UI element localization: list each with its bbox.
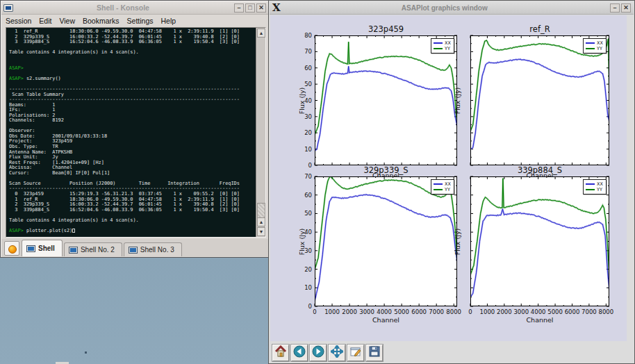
legend-entry: YY <box>586 187 603 192</box>
y-tick-label: 60 <box>296 65 312 72</box>
y-tick-label: 10 <box>296 284 312 291</box>
terminal-line: Channels: 8192 <box>9 118 254 124</box>
legend-label: YY <box>597 187 602 192</box>
save-icon <box>368 345 381 361</box>
back-button[interactable] <box>291 345 308 361</box>
minimize-button[interactable]: – <box>234 3 244 13</box>
legend-label: XX <box>445 40 451 46</box>
asaplot-window-title: ASAPlot graphics window <box>281 4 609 12</box>
legend: XXYY <box>431 38 454 53</box>
home-icon <box>274 345 287 361</box>
plot-title: 323p459 <box>315 24 457 34</box>
terminal-scrollbar[interactable]: ▲ ▲ ▼ <box>256 28 265 237</box>
subplot-329p339-s[interactable]: 329p339_SChannelFlux (Jy)010203040506070… <box>315 176 457 306</box>
menu-item-session[interactable]: Session <box>6 17 31 25</box>
terminal-icon <box>26 245 35 252</box>
legend-line-sample <box>434 189 443 190</box>
y-tick-label: 10 <box>296 146 312 153</box>
konsole-window-title: Shell - Konsole <box>13 3 233 12</box>
legend-line-sample <box>586 48 595 49</box>
y-tick-label: 70 <box>296 48 312 55</box>
home-button[interactable] <box>272 345 289 361</box>
legend-entry: XX <box>586 181 603 187</box>
asaplot-window: X ASAPlot graphics window – ✕ 323p459Cha… <box>268 0 635 364</box>
terminal-line: 3 339p884_S 16:52:04.6 -46.08.33.9 06:36… <box>9 40 254 45</box>
konsole-menubar: SessionEditViewBookmarksSettingsHelp <box>1 15 268 26</box>
terminal-area[interactable]: 1 ref_R 18:30:06.0 -49.59.30.0 04:47:58 … <box>6 27 266 238</box>
menu-item-bookmarks[interactable]: Bookmarks <box>83 17 119 25</box>
terminal-line <box>9 60 254 66</box>
forward-button[interactable] <box>310 345 327 361</box>
x-axis-label: Channel <box>470 316 609 324</box>
maximize-button[interactable]: □ <box>245 3 255 13</box>
legend-line-sample <box>434 183 443 185</box>
legend-line-sample <box>586 189 595 190</box>
plot-axes[interactable] <box>470 176 609 306</box>
menu-item-settings[interactable]: Settings <box>127 17 154 25</box>
terminal-line: Table contains 4 integration(s) in 4 sca… <box>9 218 254 224</box>
plot-axes[interactable] <box>315 35 457 165</box>
plot-title: 329p339_S <box>315 165 457 175</box>
terminal-line: ASAP> s2.summary() <box>9 76 254 82</box>
legend-label: YY <box>597 46 602 51</box>
y-tick-label: 30 <box>296 247 312 254</box>
legend-entry: XX <box>434 181 451 187</box>
tab-shell-no-3[interactable]: Shell No. 3 <box>124 242 182 256</box>
terminal-text: 1 ref_R 18:30:06.0 -49.59.30.0 04:47:58 … <box>9 29 254 237</box>
plot-axes[interactable] <box>315 176 457 306</box>
y-axis-label: Flux (Jy) <box>454 87 461 114</box>
y-tick-label: 20 <box>296 266 312 273</box>
legend-entry: XX <box>434 40 451 46</box>
plot-axes[interactable] <box>470 35 609 165</box>
save-button[interactable] <box>366 345 383 361</box>
legend-line-sample <box>586 183 595 185</box>
asaplot-titlebar[interactable]: X ASAPlot graphics window – ✕ <box>270 1 634 15</box>
menu-item-view[interactable]: View <box>59 17 75 25</box>
subplot-ref-r[interactable]: ref_RChannelFlux (Jy)XXYY <box>470 35 609 165</box>
subplot-339p884-s[interactable]: 339p884_SChannelFlux (Jy)010002000300040… <box>470 176 609 306</box>
terminal-line: Cursor: Beam[0] IF[0] Pol[1] <box>9 171 254 176</box>
legend-entry: XX <box>586 40 603 46</box>
tab-shell[interactable]: Shell <box>22 240 63 256</box>
legend-label: YY <box>445 187 450 192</box>
legend: XXYY <box>583 179 607 195</box>
close-button[interactable]: ✕ <box>621 3 631 13</box>
subplot-323p459[interactable]: 323p459ChannelFlux (Jy)01020304050607080… <box>315 35 457 165</box>
y-tick-label: 20 <box>296 129 312 136</box>
konsole-titlebar[interactable]: Shell - Konsole – □ ✕ <box>1 1 268 15</box>
menu-item-help[interactable]: Help <box>161 17 176 25</box>
back-icon <box>293 345 306 361</box>
configure-subplots-button[interactable] <box>347 345 364 361</box>
scrollbar-thumb[interactable] <box>257 203 265 218</box>
y-tick-label: 50 <box>296 210 312 217</box>
y-tick-label: 40 <box>296 97 312 104</box>
legend: XXYY <box>583 38 607 53</box>
window-right-margin <box>627 15 634 362</box>
legend-entry: YY <box>434 46 451 51</box>
new-session-button[interactable] <box>4 241 19 256</box>
terminal-cursor <box>72 229 75 233</box>
menu-item-edit[interactable]: Edit <box>39 17 51 25</box>
pan-button[interactable] <box>329 345 345 361</box>
y-tick-label: 50 <box>296 81 312 88</box>
legend-label: XX <box>445 181 451 187</box>
x-tick-label: 8000 <box>595 308 617 315</box>
legend-label: XX <box>597 40 603 46</box>
plot-toolbar <box>270 342 626 363</box>
plot-title: ref_R <box>470 24 609 34</box>
legend-entry: YY <box>586 46 603 51</box>
terminal-icon <box>69 247 78 254</box>
y-axis-label: Flux (Jy) <box>454 228 461 255</box>
scroll-up-icon[interactable]: ▲ <box>257 28 265 38</box>
minimize-button[interactable]: – <box>610 3 620 13</box>
pan-icon <box>331 345 343 361</box>
close-button[interactable]: ✕ <box>256 3 266 13</box>
legend-label: XX <box>597 181 603 187</box>
legend-line-sample <box>586 42 595 44</box>
scroll-down-icon[interactable]: ▼ <box>257 227 265 236</box>
tab-shell-no-2[interactable]: Shell No. 2 <box>64 242 122 256</box>
y-tick-label: 40 <box>296 229 312 235</box>
forward-icon <box>312 345 324 361</box>
terminal-line <box>9 56 254 61</box>
scroll-up2-icon[interactable]: ▲ <box>257 217 265 226</box>
